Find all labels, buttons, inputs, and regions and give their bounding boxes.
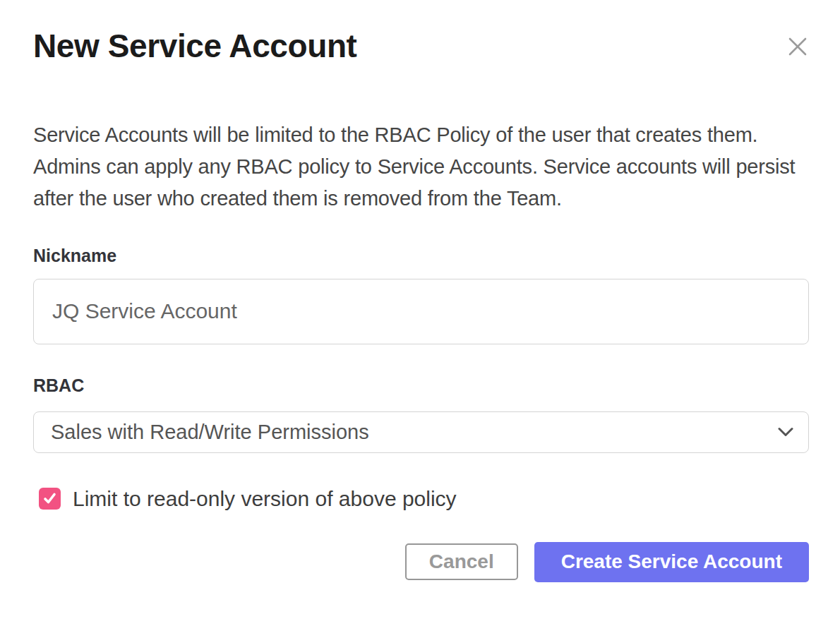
readonly-limit-checkbox[interactable] — [39, 488, 61, 510]
nickname-input[interactable] — [33, 279, 809, 344]
new-service-account-modal: New Service Account Service Accounts wil… — [0, 0, 840, 638]
nickname-label: Nickname — [33, 246, 809, 266]
readonly-limit-label: Limit to read-only version of above poli… — [73, 487, 457, 511]
cancel-button[interactable]: Cancel — [405, 543, 518, 580]
readonly-limit-row[interactable]: Limit to read-only version of above poli… — [33, 487, 809, 511]
close-icon — [787, 36, 808, 57]
modal-footer: Cancel Create Service Account — [33, 542, 809, 582]
create-service-account-button[interactable]: Create Service Account — [534, 542, 809, 582]
rbac-label: RBAC — [33, 375, 809, 396]
close-button[interactable] — [785, 34, 810, 59]
modal-title: New Service Account — [33, 28, 809, 64]
rbac-select-wrap: Sales with Read/Write Permissions — [33, 411, 809, 453]
description-text: Service Accounts will be limited to the … — [33, 119, 809, 215]
checkmark-icon — [42, 491, 57, 506]
rbac-select[interactable]: Sales with Read/Write Permissions — [33, 411, 809, 453]
